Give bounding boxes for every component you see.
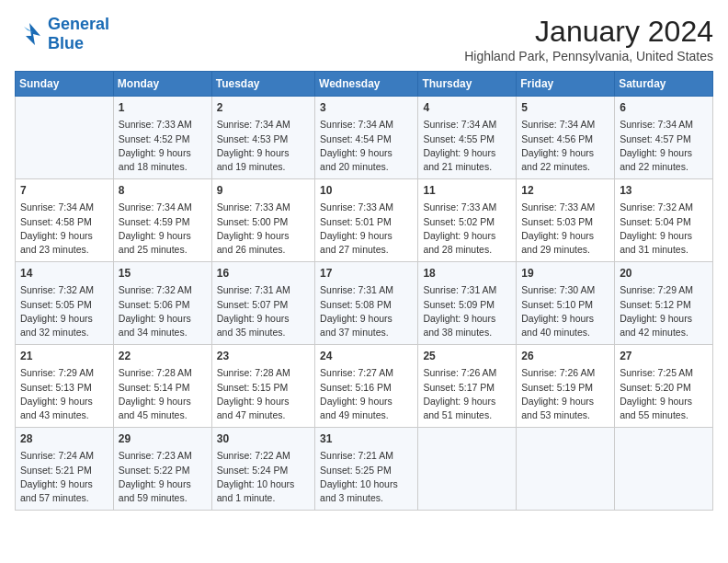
calendar-cell: 12Sunrise: 7:33 AMSunset: 5:03 PMDayligh… [517,179,615,262]
cell-info-line: Sunrise: 7:22 AM [217,449,310,463]
cell-info-line: and 3 minutes. [320,491,413,505]
cell-info-line: Sunrise: 7:34 AM [320,118,413,132]
calendar-cell: 3Sunrise: 7:34 AMSunset: 4:54 PMDaylight… [315,97,418,179]
calendar-cell: 30Sunrise: 7:22 AMSunset: 5:24 PMDayligh… [211,428,314,511]
calendar-cell: 8Sunrise: 7:34 AMSunset: 4:59 PMDaylight… [113,179,211,262]
column-header-monday: Monday [113,72,211,97]
cell-info-line: Daylight: 9 hours [217,146,310,160]
column-header-saturday: Saturday [615,72,713,97]
cell-info-line: and 18 minutes. [119,160,207,174]
calendar-cell: 10Sunrise: 7:33 AMSunset: 5:01 PMDayligh… [315,179,418,262]
calendar-week-row: 7Sunrise: 7:34 AMSunset: 4:58 PMDaylight… [16,179,713,262]
calendar-cell: 31Sunrise: 7:21 AMSunset: 5:25 PMDayligh… [315,428,418,511]
cell-info-line: Sunset: 5:19 PM [521,381,609,395]
cell-info-line: Sunrise: 7:34 AM [20,201,108,214]
day-number: 14 [20,266,108,282]
day-number: 29 [119,431,207,447]
cell-info-line: Daylight: 9 hours [20,395,108,408]
cell-info-line: Sunset: 5:00 PM [217,215,310,229]
day-number: 25 [423,349,511,364]
cell-info-line: Sunset: 5:12 PM [620,298,708,312]
calendar-week-row: 14Sunrise: 7:32 AMSunset: 5:05 PMDayligh… [16,262,713,345]
calendar-cell: 23Sunrise: 7:28 AMSunset: 5:15 PMDayligh… [211,345,314,428]
day-number: 21 [20,349,108,364]
svg-marker-0 [26,23,40,45]
cell-info-line: Sunrise: 7:33 AM [521,201,609,214]
column-header-sunday: Sunday [16,72,114,97]
calendar-cell: 25Sunrise: 7:26 AMSunset: 5:17 PMDayligh… [418,345,517,428]
month-title: January 2024 [464,15,713,49]
calendar-cell: 24Sunrise: 7:27 AMSunset: 5:16 PMDayligh… [315,345,418,428]
cell-info-line: Sunset: 4:59 PM [119,215,207,229]
cell-info-line: Daylight: 9 hours [217,312,310,326]
calendar-header-row: SundayMondayTuesdayWednesdayThursdayFrid… [16,72,713,97]
day-number: 8 [119,183,207,199]
calendar-cell: 1Sunrise: 7:33 AMSunset: 4:52 PMDaylight… [113,97,211,179]
day-number: 2 [217,100,310,116]
day-number: 22 [119,349,207,364]
cell-info-line: and 42 minutes. [620,326,708,339]
cell-info-line: and 47 minutes. [217,408,310,422]
cell-info-line: and 34 minutes. [119,326,207,339]
day-number: 10 [320,183,413,199]
calendar-cell: 2Sunrise: 7:34 AMSunset: 4:53 PMDaylight… [211,97,314,179]
day-number: 5 [521,100,609,116]
cell-info-line: and 37 minutes. [320,326,413,339]
calendar-cell: 16Sunrise: 7:31 AMSunset: 5:07 PMDayligh… [211,262,314,345]
cell-info-line: and 32 minutes. [20,326,108,339]
day-number: 6 [620,100,708,116]
cell-info-line: and 23 minutes. [20,243,108,257]
cell-info-line: Sunrise: 7:27 AM [320,366,413,380]
page-header: General Blue January 2024 Highland Park,… [15,15,713,63]
calendar-cell: 13Sunrise: 7:32 AMSunset: 5:04 PMDayligh… [615,179,713,262]
day-number: 30 [217,431,310,447]
day-number: 12 [521,183,609,199]
calendar-cell [615,428,713,511]
logo-icon [15,19,44,49]
cell-info-line: Sunrise: 7:24 AM [20,449,108,463]
cell-info-line: and 53 minutes. [521,408,609,422]
cell-info-line: Sunrise: 7:34 AM [620,118,708,132]
day-number: 16 [217,266,310,282]
calendar-cell: 29Sunrise: 7:23 AMSunset: 5:22 PMDayligh… [113,428,211,511]
calendar-cell: 9Sunrise: 7:33 AMSunset: 5:00 PMDaylight… [211,179,314,262]
cell-info-line: Sunset: 5:16 PM [320,381,413,395]
cell-info-line: and 40 minutes. [521,326,609,339]
calendar-cell: 11Sunrise: 7:33 AMSunset: 5:02 PMDayligh… [418,179,517,262]
calendar-week-row: 21Sunrise: 7:29 AMSunset: 5:13 PMDayligh… [16,345,713,428]
cell-info-line: Sunset: 5:22 PM [119,464,207,477]
cell-info-line: Sunset: 5:02 PM [423,215,511,229]
cell-info-line: and 29 minutes. [521,243,609,257]
cell-info-line: Sunrise: 7:32 AM [620,201,708,214]
cell-info-line: Daylight: 9 hours [119,146,207,160]
cell-info-line: Sunrise: 7:34 AM [217,118,310,132]
cell-info-line: Sunset: 5:04 PM [620,215,708,229]
cell-info-line: Sunset: 4:52 PM [119,132,207,146]
calendar-cell: 5Sunrise: 7:34 AMSunset: 4:56 PMDaylight… [517,97,615,179]
cell-info-line: Daylight: 9 hours [119,312,207,326]
day-number: 28 [20,431,108,447]
cell-info-line: and 43 minutes. [20,408,108,422]
cell-info-line: Sunrise: 7:29 AM [620,283,708,297]
cell-info-line: Sunset: 5:05 PM [20,298,108,312]
cell-info-line: and 19 minutes. [217,160,310,174]
day-number: 13 [620,183,708,199]
day-number: 19 [521,266,609,282]
cell-info-line: Daylight: 9 hours [620,395,708,408]
cell-info-line: and 35 minutes. [217,326,310,339]
day-number: 23 [217,349,310,364]
cell-info-line: Sunrise: 7:33 AM [217,201,310,214]
cell-info-line: Sunrise: 7:26 AM [423,366,511,380]
cell-info-line: Daylight: 9 hours [320,312,413,326]
cell-info-line: Sunrise: 7:29 AM [20,366,108,380]
calendar-cell: 18Sunrise: 7:31 AMSunset: 5:09 PMDayligh… [418,262,517,345]
cell-info-line: and 31 minutes. [620,243,708,257]
cell-info-line: and 59 minutes. [119,491,207,505]
cell-info-line: Sunrise: 7:33 AM [119,118,207,132]
cell-info-line: Sunrise: 7:34 AM [423,118,511,132]
calendar-cell [418,428,517,511]
calendar-week-row: 1Sunrise: 7:33 AMSunset: 4:52 PMDaylight… [16,97,713,179]
cell-info-line: and 20 minutes. [320,160,413,174]
cell-info-line: Daylight: 9 hours [521,146,609,160]
cell-info-line: Daylight: 9 hours [320,229,413,243]
